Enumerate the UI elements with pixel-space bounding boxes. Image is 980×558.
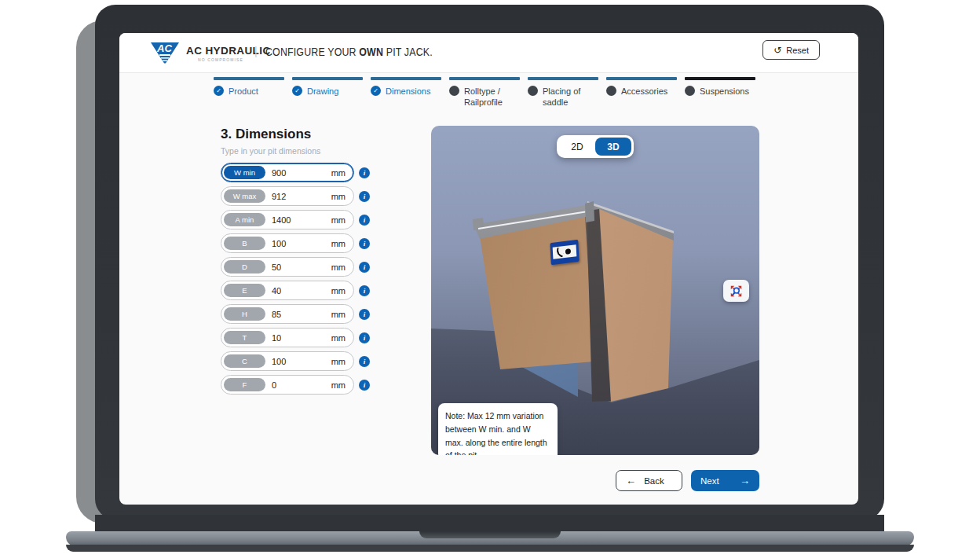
step-drawing[interactable]: ✓Drawing [292, 77, 363, 108]
info-icon[interactable]: i [359, 380, 370, 391]
brand-text: AC HYDRAULIC NO COMPROMISE [186, 45, 271, 62]
info-icon[interactable]: i [359, 262, 370, 273]
info-icon[interactable]: i [359, 167, 370, 178]
field-unit: mm [331, 192, 346, 201]
field-value: 10 [272, 333, 281, 343]
header-divider: | [254, 45, 258, 57]
field-b[interactable]: B 100 mm i [221, 233, 354, 253]
step-navigation: ✓Product ✓Drawing ✓Dimensions Rolltype /… [214, 77, 755, 108]
reset-icon: ↺ [773, 46, 781, 55]
field-label-chip: W max [224, 189, 265, 203]
step-rolltype-railprofile[interactable]: Rolltype / Railprofile [449, 77, 520, 108]
step-label: Dimensions [386, 86, 430, 97]
fit-view-button[interactable] [723, 280, 749, 302]
step-label: Drawing [307, 86, 338, 97]
field-value: 912 [272, 192, 286, 201]
logo-plate-dot [565, 248, 571, 255]
app-header: AC AC HYDRAULIC NO COMPROMISE | CONFIGUR… [119, 33, 858, 73]
step-suspensions[interactable]: Suspensions [685, 77, 755, 108]
step-label: Rolltype / Railprofile [464, 86, 520, 109]
step-placing-of-saddle[interactable]: Placing of saddle [528, 77, 598, 108]
step-label: Suspensions [700, 86, 749, 97]
reset-button[interactable]: ↺ Reset [762, 40, 820, 60]
next-label: Next [700, 476, 719, 486]
back-label: Back [644, 476, 664, 486]
view-mode-toggle: 2D 3D [557, 135, 634, 158]
laptop-base-notch [419, 531, 561, 538]
info-icon[interactable]: i [359, 285, 370, 296]
step-check-icon: ✓ [371, 86, 381, 96]
field-h[interactable]: H 85 mm i [221, 304, 354, 324]
step-accessories[interactable]: Accessories [606, 77, 677, 108]
brand-name: AC HYDRAULIC [186, 45, 271, 57]
field-value: 50 [272, 262, 281, 272]
step-bar [371, 77, 441, 80]
field-unit: mm [331, 333, 346, 343]
step-label: Product [229, 86, 258, 97]
step-check-icon: ✓ [292, 86, 302, 96]
field-d[interactable]: D 50 mm i [221, 257, 354, 277]
info-icon[interactable]: i [359, 215, 370, 226]
brand-tagline: NO COMPROMISE [186, 57, 271, 62]
field-w-max[interactable]: W max 912 mm i [221, 186, 354, 206]
section-subtitle: Type in your pit dimensions [221, 146, 320, 156]
zoom-extents-icon [729, 284, 744, 299]
field-value: 100 [272, 239, 286, 248]
app-screen: AC AC HYDRAULIC NO COMPROMISE | CONFIGUR… [119, 33, 858, 505]
field-f[interactable]: F 0 mm i [221, 375, 354, 395]
pit-jack-logo-plate [550, 240, 579, 265]
field-value: 1400 [272, 215, 291, 225]
step-bar [685, 77, 755, 80]
field-value: 85 [272, 310, 281, 319]
back-button[interactable]: ← Back [616, 470, 682, 491]
field-unit: mm [331, 168, 346, 178]
step-dimensions[interactable]: ✓Dimensions [371, 77, 441, 108]
field-value: 40 [272, 286, 281, 296]
step-dot-icon [449, 86, 459, 96]
logo-plate-mark [555, 248, 565, 258]
next-button[interactable]: Next → [691, 470, 759, 491]
brand-logo-icon: AC [149, 39, 181, 67]
step-dot-icon [606, 86, 616, 96]
info-icon[interactable]: i [359, 191, 370, 202]
step-bar [606, 77, 677, 80]
field-value: 0 [272, 380, 276, 390]
field-label-chip: B [224, 237, 265, 250]
field-w-min[interactable]: W min 900 mm i [221, 163, 354, 182]
pit-3d-viewport[interactable]: 2D 3D Note: Max 12 mm variation between … [431, 126, 759, 455]
field-e[interactable]: E 40 mm i [221, 281, 354, 300]
info-icon[interactable]: i [359, 238, 370, 249]
toggle-3d[interactable]: 3D [595, 138, 631, 156]
step-label: Placing of saddle [543, 86, 598, 109]
section-title: 3. Dimensions [221, 127, 311, 142]
field-c[interactable]: C 100 mm i [221, 351, 354, 371]
step-bar [528, 77, 598, 80]
field-t[interactable]: T 10 mm i [221, 328, 354, 347]
info-icon[interactable]: i [359, 332, 370, 343]
step-product[interactable]: ✓Product [214, 77, 284, 108]
step-bar [449, 77, 520, 80]
field-unit: mm [331, 262, 346, 272]
field-label-chip: H [224, 307, 265, 321]
step-bar [292, 77, 363, 80]
svg-text:AC: AC [156, 42, 172, 54]
field-a-min[interactable]: A min 1400 mm i [221, 210, 354, 229]
title-suffix: PIT JACK. [386, 45, 433, 58]
field-label-chip: D [224, 260, 265, 273]
field-unit: mm [331, 310, 346, 319]
field-label-chip: E [224, 284, 265, 297]
back-arrow-icon: ← [626, 475, 636, 486]
step-bar [214, 77, 284, 80]
info-icon[interactable]: i [359, 356, 370, 367]
reset-label: Reset [786, 46, 809, 55]
brand: AC AC HYDRAULIC NO COMPROMISE [149, 39, 271, 67]
field-label-chip: T [224, 331, 265, 344]
info-icon[interactable]: i [359, 309, 370, 320]
step-dot-icon [685, 86, 695, 96]
dimension-fields: W min 900 mm i W max 912 mm i A min 1400… [221, 163, 354, 398]
step-check-icon: ✓ [214, 86, 224, 96]
toggle-2d[interactable]: 2D [559, 138, 595, 156]
field-label-chip: F [224, 378, 265, 391]
variation-note: Note: Max 12 mm variation between W min.… [438, 403, 558, 455]
field-unit: mm [331, 239, 346, 248]
